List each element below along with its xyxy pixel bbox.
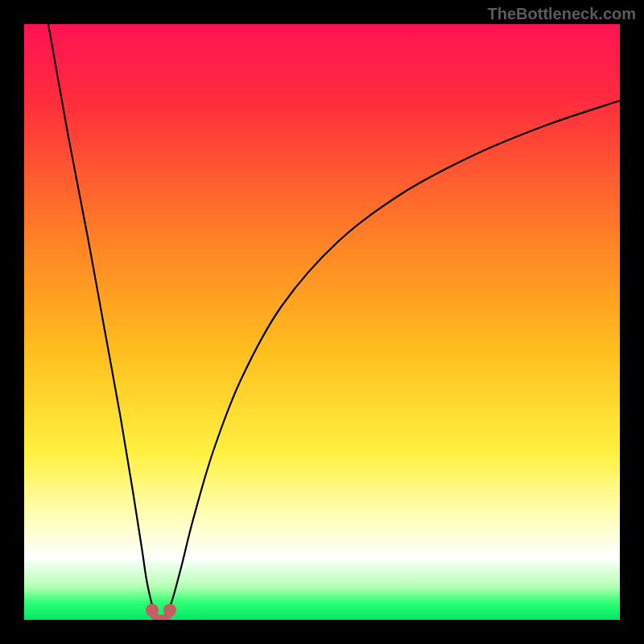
minimum-marker: [146, 604, 159, 617]
watermark-text: TheBottleneck.com: [488, 5, 636, 23]
chart-svg: [24, 24, 620, 620]
chart-frame: TheBottleneck.com: [0, 0, 644, 644]
gradient-background: [24, 24, 620, 620]
minimum-marker: [163, 604, 176, 617]
plot-area: [24, 24, 620, 620]
